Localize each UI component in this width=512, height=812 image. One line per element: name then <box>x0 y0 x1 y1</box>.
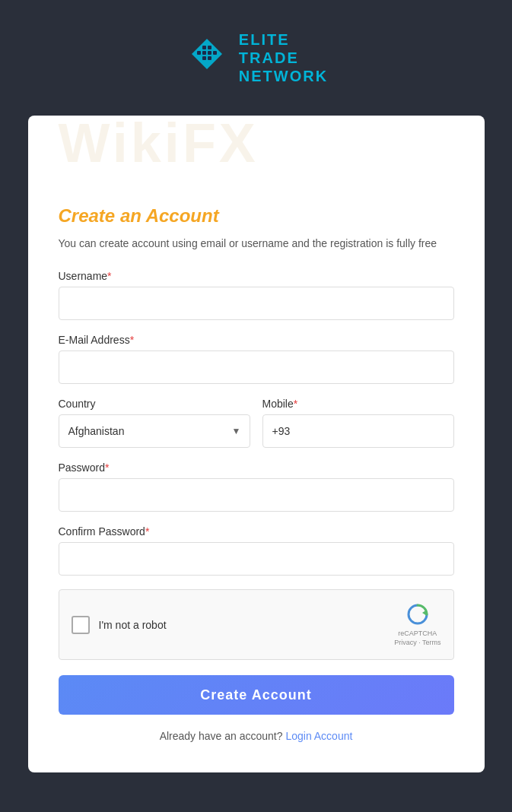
mobile-input[interactable] <box>262 414 454 448</box>
svg-rect-1 <box>202 46 206 49</box>
logo-network: NETWORK <box>239 67 328 85</box>
captcha-label: I'm not a robot <box>99 619 167 631</box>
username-required: * <box>107 270 111 282</box>
login-account-link[interactable]: Login Account <box>285 730 352 742</box>
country-group: Country Afghanistan Albania Algeria Unit… <box>59 398 250 448</box>
watermark: WikiFX <box>59 116 454 174</box>
mobile-label: Mobile* <box>262 398 454 410</box>
svg-rect-2 <box>208 46 211 49</box>
svg-marker-0 <box>192 39 222 69</box>
logo-text: ELITE TRADE NETWORK <box>239 30 328 85</box>
login-prompt-area: Already have an account? Login Account <box>59 730 454 742</box>
password-input[interactable] <box>59 478 454 512</box>
svg-rect-7 <box>202 56 206 60</box>
country-select-wrapper: Afghanistan Albania Algeria United State… <box>59 414 250 448</box>
country-mobile-row: Country Afghanistan Albania Algeria Unit… <box>59 398 454 462</box>
recaptcha-brand-text: reCAPTCHA Privacy · Terms <box>394 630 440 647</box>
mobile-required: * <box>294 398 297 410</box>
svg-rect-6 <box>213 51 217 55</box>
username-label: Username* <box>59 270 454 282</box>
email-group: E-Mail Address* <box>59 334 454 384</box>
email-label: E-Mail Address* <box>59 334 454 346</box>
email-input[interactable] <box>59 350 454 384</box>
confirm-password-required: * <box>145 525 149 538</box>
username-input[interactable] <box>59 287 454 320</box>
logo-elite: ELITE <box>239 30 328 49</box>
mobile-group: Mobile* <box>262 398 454 448</box>
confirm-password-label: Confirm Password* <box>59 525 454 538</box>
logo-icon <box>184 35 230 81</box>
confirm-password-input[interactable] <box>59 542 454 576</box>
password-required: * <box>105 462 109 474</box>
header: ELITE TRADE NETWORK <box>184 30 328 85</box>
logo-trade: TRADE <box>239 49 328 67</box>
password-group: Password* <box>59 462 454 512</box>
country-label: Country <box>59 398 250 410</box>
svg-marker-9 <box>422 610 427 616</box>
svg-rect-3 <box>197 51 201 55</box>
email-required: * <box>130 334 134 346</box>
create-account-button[interactable]: Create Account <box>59 675 454 715</box>
captcha-checkbox[interactable] <box>72 616 90 634</box>
registration-card: WikiFX Create an Account You can create … <box>28 116 485 772</box>
username-group: Username* <box>59 270 454 320</box>
country-select[interactable]: Afghanistan Albania Algeria United State… <box>59 414 250 448</box>
login-prompt-text: Already have an account? <box>160 730 283 742</box>
captcha-left: I'm not a robot <box>72 616 167 634</box>
form-subtitle: You can create account using email or us… <box>59 236 454 252</box>
captcha-right: reCAPTCHA Privacy · Terms <box>394 602 440 647</box>
svg-rect-5 <box>208 51 211 55</box>
svg-rect-8 <box>208 56 211 60</box>
confirm-password-group: Confirm Password* <box>59 525 454 576</box>
captcha-box: I'm not a robot reCAPTCHA Privacy · Term… <box>59 589 454 660</box>
svg-rect-4 <box>202 51 206 55</box>
form-title: Create an Account <box>59 205 454 227</box>
recaptcha-icon <box>405 602 430 626</box>
password-label: Password* <box>59 462 454 474</box>
